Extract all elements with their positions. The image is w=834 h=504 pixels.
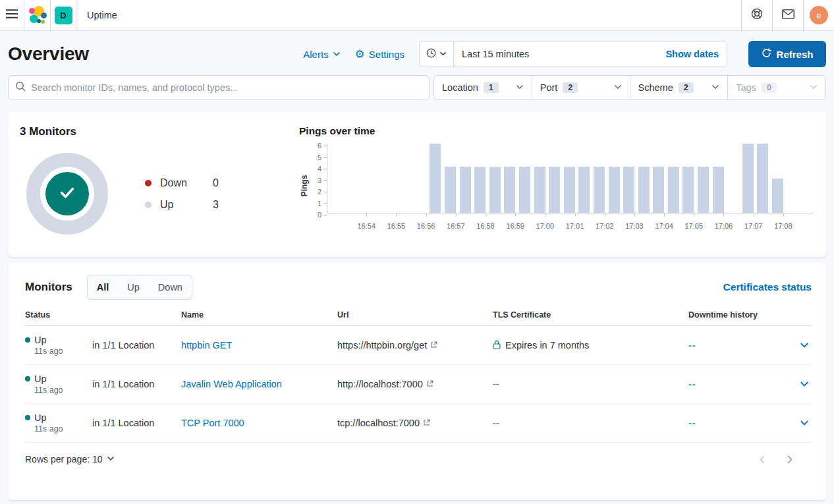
col-downtime: Downtime history bbox=[688, 310, 785, 320]
pings-chart: Pings over time Pings 0123456 16:5416:55… bbox=[291, 125, 814, 245]
monitor-name-link[interactable]: TCP Port 7000 bbox=[181, 418, 244, 428]
monitor-search bbox=[8, 75, 430, 100]
chevron-down-icon bbox=[333, 49, 341, 60]
status-legend: Down 0 Up 3 bbox=[145, 177, 239, 211]
x-tick-label: 16:56 bbox=[417, 222, 435, 230]
certificates-status-link[interactable]: Certificates status bbox=[723, 281, 812, 293]
monitor-name-link[interactable]: Javalin Web Application bbox=[181, 379, 282, 389]
time-range-value[interactable]: Last 15 minutes bbox=[454, 49, 657, 59]
x-tick-mark bbox=[754, 213, 754, 217]
pings-bar bbox=[504, 167, 515, 213]
show-dates-button[interactable]: Show dates bbox=[657, 49, 727, 59]
pings-bar bbox=[772, 179, 783, 213]
date-quick-menu-button[interactable] bbox=[420, 42, 454, 67]
filter-group: Location 1 Port 2 Scheme 2 Tags 0 bbox=[433, 75, 826, 100]
expand-row-button[interactable] bbox=[797, 377, 812, 391]
x-tick-mark bbox=[456, 213, 457, 217]
tab-all[interactable]: All bbox=[88, 275, 119, 299]
downtime-value: -- bbox=[688, 418, 785, 428]
pings-bar bbox=[549, 167, 560, 213]
user-menu-button[interactable]: e bbox=[803, 0, 834, 30]
pings-bar bbox=[474, 167, 486, 213]
pings-bar bbox=[534, 167, 545, 213]
filter-port-count-badge: 2 bbox=[563, 82, 578, 93]
filter-location-count-badge: 1 bbox=[484, 82, 499, 93]
table-header: Status Name Url TLS Certificate Downtime… bbox=[25, 310, 812, 326]
y-tick-label: 0 bbox=[318, 211, 321, 219]
expand-row-button[interactable] bbox=[797, 416, 812, 430]
x-tick-mark bbox=[515, 213, 516, 217]
refresh-icon bbox=[762, 48, 771, 60]
y-tick-label: 2 bbox=[318, 188, 321, 196]
pings-bar bbox=[430, 144, 441, 213]
chevron-down-icon bbox=[107, 454, 115, 464]
pings-bar bbox=[460, 167, 471, 213]
rows-per-page-button[interactable]: Rows per page: 10 bbox=[25, 454, 115, 464]
alerts-dropdown[interactable]: Alerts bbox=[303, 49, 340, 60]
table-row: Up 11s ago in 1/1 Location httpbin GET h… bbox=[25, 326, 812, 365]
filter-location-label: Location bbox=[442, 82, 478, 93]
filter-scheme[interactable]: Scheme 2 bbox=[630, 76, 729, 99]
x-tick-mark bbox=[723, 213, 724, 217]
pings-bar bbox=[445, 167, 456, 213]
down-dot-icon bbox=[145, 180, 152, 186]
filter-location[interactable]: Location 1 bbox=[434, 76, 532, 99]
col-status: Status bbox=[25, 310, 92, 320]
filter-port-label: Port bbox=[540, 82, 558, 93]
y-tick-label: 3 bbox=[318, 177, 321, 184]
table-row: Up 11s ago in 1/1 Location TCP Port 7000… bbox=[25, 404, 812, 443]
newsfeed-button[interactable] bbox=[772, 0, 803, 30]
x-tick-label: 16:54 bbox=[357, 222, 375, 230]
app-header: D Uptime e bbox=[0, 0, 834, 31]
filter-scheme-count-badge: 2 bbox=[679, 82, 694, 93]
chevron-down-icon bbox=[711, 82, 719, 93]
status-ago: 11s ago bbox=[25, 385, 92, 395]
pings-bar bbox=[698, 167, 709, 213]
chevron-down-icon bbox=[516, 82, 524, 93]
refresh-button[interactable]: Refresh bbox=[748, 41, 826, 67]
pings-bar bbox=[594, 167, 605, 213]
pings-y-axis: 0123456 bbox=[310, 144, 327, 213]
external-link-icon bbox=[430, 340, 437, 350]
monitors-title: Monitors bbox=[25, 281, 72, 294]
monitor-name-link[interactable]: httpbin GET bbox=[181, 340, 232, 350]
expand-row-button[interactable] bbox=[797, 338, 812, 352]
next-page-button[interactable] bbox=[785, 455, 794, 464]
pings-bar bbox=[564, 167, 575, 213]
elastic-logo[interactable] bbox=[24, 0, 51, 30]
tab-up[interactable]: Up bbox=[118, 275, 149, 299]
pings-bar bbox=[623, 167, 634, 213]
pings-bar bbox=[489, 167, 501, 213]
x-tick-label: 17:05 bbox=[684, 222, 703, 230]
x-tick-label: 16:59 bbox=[506, 222, 524, 230]
filter-port[interactable]: Port 2 bbox=[532, 76, 630, 99]
pings-bar bbox=[757, 144, 768, 213]
super-date-picker: Last 15 minutes Show dates bbox=[419, 41, 727, 67]
breadcrumb[interactable]: Uptime bbox=[76, 0, 117, 30]
deployment-badge[interactable]: D bbox=[55, 7, 72, 24]
search-input[interactable] bbox=[31, 82, 422, 93]
hamburger-menu-button[interactable] bbox=[0, 0, 24, 30]
help-menu-button[interactable] bbox=[741, 0, 772, 30]
pings-bar bbox=[713, 167, 724, 213]
filter-tags-count-badge: 0 bbox=[762, 82, 777, 93]
col-tls: TLS Certificate bbox=[493, 310, 688, 320]
y-tick-label: 1 bbox=[318, 200, 321, 208]
tab-down[interactable]: Down bbox=[149, 275, 192, 299]
monitor-url[interactable]: http://localhost:7000 bbox=[337, 379, 423, 389]
check-icon bbox=[56, 181, 78, 206]
external-link-icon bbox=[426, 379, 433, 389]
monitor-url[interactable]: https://httpbin.org/get bbox=[337, 340, 427, 350]
x-tick-mark bbox=[575, 213, 576, 217]
settings-link[interactable]: ⚙ Settings bbox=[355, 49, 404, 60]
previous-page-button[interactable] bbox=[758, 455, 767, 464]
avatar[interactable]: e bbox=[810, 6, 828, 24]
deployment-menu[interactable]: D bbox=[51, 0, 76, 30]
x-tick-label: 17:08 bbox=[774, 222, 792, 230]
pings-bar bbox=[578, 167, 590, 213]
rows-per-page-label: Rows per page: 10 bbox=[25, 454, 103, 464]
legend-down-label: Down bbox=[160, 177, 213, 189]
status-text: Up bbox=[34, 412, 47, 423]
x-tick-mark bbox=[486, 213, 486, 217]
monitor-url[interactable]: tcp://localhost:7000 bbox=[337, 418, 420, 428]
